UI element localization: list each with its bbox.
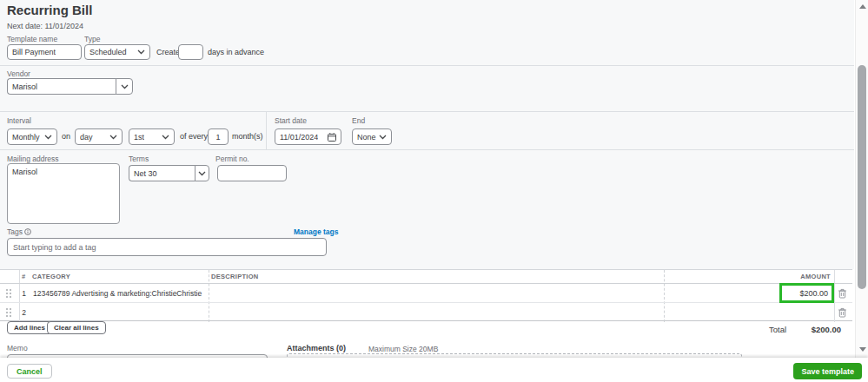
- table-row: 1 123456789 Advertising & marketing:Chri…: [0, 284, 852, 303]
- end-select[interactable]: None: [352, 128, 392, 145]
- divider: [0, 65, 854, 66]
- days-in-advance-label: days in advance: [208, 48, 264, 56]
- attachments-hint: Maximum Size 20MB: [368, 345, 438, 353]
- interval-frequency-value: Monthly: [12, 133, 40, 142]
- create-label: Create: [156, 48, 180, 56]
- add-lines-button[interactable]: Add lines: [7, 321, 52, 334]
- amount-cell-highlighted[interactable]: $200.00: [779, 283, 834, 303]
- trash-icon[interactable]: [838, 288, 847, 299]
- tags-label: Tags: [7, 227, 31, 236]
- vendor-value: Marisol: [12, 82, 37, 91]
- drag-handle-icon[interactable]: [5, 288, 12, 299]
- mailing-address-textarea[interactable]: Marisol: [7, 163, 120, 224]
- terms-label: Terms: [129, 155, 149, 163]
- vendor-dropdown-button[interactable]: [116, 78, 133, 95]
- chevron-down-icon: [121, 84, 129, 89]
- row-number: 2: [19, 303, 29, 322]
- vendor-input[interactable]: Marisol: [7, 78, 116, 95]
- total-value: $200.00: [812, 325, 841, 334]
- type-select[interactable]: Scheduled: [84, 44, 150, 60]
- interval-day-select[interactable]: 1st: [129, 128, 175, 145]
- terms-value: Net 30: [134, 169, 157, 178]
- page-title: Recurring Bill: [7, 3, 92, 17]
- chevron-down-icon: [379, 135, 387, 140]
- chevron-down-icon: [137, 49, 145, 55]
- line-items-table: # CATEGORY DESCRIPTION AMOUNT 1 12345678…: [0, 269, 852, 321]
- permit-no-input[interactable]: [217, 165, 287, 181]
- template-name-value: Bill Payment: [12, 48, 56, 56]
- end-label: End: [352, 116, 365, 125]
- trash-icon[interactable]: [838, 307, 847, 318]
- drag-handle-icon[interactable]: [5, 307, 12, 318]
- template-name-label: Template name: [7, 35, 57, 43]
- end-value: None: [357, 133, 376, 142]
- header-category: CATEGORY: [32, 270, 70, 284]
- interval-day-type-value: day: [80, 133, 93, 142]
- of-every-label: of every: [180, 132, 208, 141]
- interval-every-input[interactable]: 1: [208, 128, 229, 145]
- interval-unit-label: month(s): [232, 132, 263, 141]
- start-date-label: Start date: [275, 116, 307, 125]
- chevron-down-icon: [44, 135, 52, 140]
- recurring-bill-form: Recurring Bill Next date: 11/01/2024 Tem…: [0, 0, 868, 382]
- table-row: 2: [0, 303, 852, 322]
- type-label: Type: [84, 35, 100, 43]
- permit-no-label: Permit no.: [215, 155, 249, 163]
- terms-dropdown-button[interactable]: [195, 165, 209, 181]
- interval-day-value: 1st: [134, 133, 144, 142]
- row-number: 1: [19, 284, 29, 303]
- next-date-text: Next date: 11/01/2024: [7, 22, 83, 30]
- cancel-button[interactable]: Cancel: [7, 364, 52, 379]
- scrollbar-thumb[interactable]: [858, 65, 866, 289]
- divider: [0, 111, 854, 112]
- divider: [266, 111, 267, 149]
- mailing-address-label: Mailing address: [7, 155, 59, 163]
- category-cell[interactable]: 123456789 Advertising & marketing:Christ…: [33, 284, 202, 303]
- tags-input[interactable]: Start typing to add a tag: [7, 238, 327, 256]
- clear-all-lines-button[interactable]: Clear all lines: [47, 321, 106, 334]
- tags-label-text: Tags: [7, 227, 23, 236]
- save-template-button[interactable]: Save template: [793, 363, 862, 379]
- template-name-input[interactable]: Bill Payment: [7, 44, 82, 60]
- header-description: DESCRIPTION: [211, 270, 259, 284]
- calendar-icon: [328, 133, 336, 142]
- chevron-down-icon: [162, 135, 169, 140]
- divider: [0, 149, 854, 150]
- type-value: Scheduled: [89, 48, 127, 56]
- mailing-address-value: Marisol: [12, 168, 37, 176]
- scroll-up-icon[interactable]: [859, 4, 866, 9]
- total-label: Total: [769, 325, 786, 334]
- memo-label: Memo: [7, 344, 28, 352]
- vertical-scrollbar[interactable]: [855, 0, 868, 358]
- interval-every-value: 1: [215, 133, 220, 142]
- interval-frequency-select[interactable]: Monthly: [7, 128, 57, 145]
- days-in-advance-input[interactable]: [178, 44, 203, 60]
- terms-input[interactable]: Net 30: [129, 165, 195, 181]
- total-row: Total $200.00: [769, 325, 841, 334]
- interval-day-type-select[interactable]: day: [75, 128, 123, 145]
- on-label: on: [62, 132, 70, 141]
- scroll-down-icon[interactable]: [859, 347, 866, 352]
- start-date-value: 11/01/2024: [280, 133, 318, 142]
- vendor-label: Vendor: [7, 69, 30, 78]
- info-icon[interactable]: [24, 228, 31, 235]
- tags-placeholder: Start typing to add a tag: [13, 243, 96, 252]
- header-amount: AMOUNT: [664, 270, 831, 284]
- chevron-down-icon: [109, 135, 117, 140]
- header-number: #: [22, 270, 25, 284]
- chevron-down-icon: [198, 171, 206, 176]
- manage-tags-link[interactable]: Manage tags: [294, 227, 339, 236]
- footer-action-bar: Cancel Save template: [0, 358, 868, 382]
- start-date-input[interactable]: 11/01/2024: [275, 128, 341, 145]
- attachments-title: Attachments (0): [287, 344, 346, 352]
- table-header-row: # CATEGORY DESCRIPTION AMOUNT: [0, 270, 852, 284]
- interval-label: Interval: [7, 116, 31, 125]
